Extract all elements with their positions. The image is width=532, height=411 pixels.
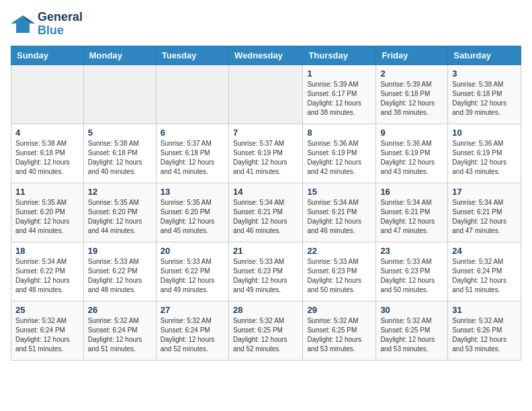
calendar-cell: 14Sunrise: 5:34 AM Sunset: 6:21 PM Dayli… — [228, 183, 302, 242]
day-info: Sunrise: 5:32 AM Sunset: 6:25 PM Dayligh… — [233, 316, 298, 354]
weekday-header-row: SundayMondayTuesdayWednesdayThursdayFrid… — [11, 46, 521, 64]
day-number: 6 — [161, 128, 224, 138]
calendar-cell — [11, 64, 84, 124]
calendar-cell: 15Sunrise: 5:34 AM Sunset: 6:21 PM Dayli… — [303, 183, 376, 242]
day-number: 21 — [233, 246, 298, 256]
day-number: 24 — [452, 246, 517, 256]
weekday-header-monday: Monday — [83, 46, 156, 64]
day-number: 27 — [161, 305, 224, 315]
calendar-cell — [83, 64, 156, 124]
day-number: 23 — [380, 246, 443, 256]
calendar-cell: 17Sunrise: 5:34 AM Sunset: 6:21 PM Dayli… — [448, 183, 521, 242]
day-number: 4 — [15, 128, 79, 138]
day-info: Sunrise: 5:35 AM Sunset: 6:20 PM Dayligh… — [15, 198, 79, 236]
day-info: Sunrise: 5:38 AM Sunset: 6:18 PM Dayligh… — [88, 139, 152, 177]
calendar-cell: 2Sunrise: 5:39 AM Sunset: 6:18 PM Daylig… — [376, 64, 448, 124]
calendar-table: SundayMondayTuesdayWednesdayThursdayFrid… — [11, 46, 521, 361]
calendar-cell: 8Sunrise: 5:36 AM Sunset: 6:19 PM Daylig… — [303, 124, 376, 183]
calendar-cell: 27Sunrise: 5:32 AM Sunset: 6:24 PM Dayli… — [156, 301, 228, 360]
day-info: Sunrise: 5:34 AM Sunset: 6:21 PM Dayligh… — [380, 198, 443, 236]
calendar-cell — [228, 64, 302, 124]
day-info: Sunrise: 5:34 AM Sunset: 6:21 PM Dayligh… — [233, 198, 298, 236]
calendar-cell: 22Sunrise: 5:33 AM Sunset: 6:23 PM Dayli… — [303, 242, 376, 301]
calendar-cell: 4Sunrise: 5:38 AM Sunset: 6:18 PM Daylig… — [11, 124, 84, 183]
calendar-cell: 18Sunrise: 5:34 AM Sunset: 6:22 PM Dayli… — [11, 242, 84, 301]
calendar-cell: 19Sunrise: 5:33 AM Sunset: 6:22 PM Dayli… — [83, 242, 156, 301]
weekday-header-sunday: Sunday — [11, 46, 84, 64]
day-number: 30 — [380, 305, 443, 315]
day-number: 15 — [307, 187, 371, 197]
weekday-header-friday: Friday — [376, 46, 448, 64]
day-info: Sunrise: 5:39 AM Sunset: 6:17 PM Dayligh… — [307, 80, 371, 118]
calendar-cell — [156, 64, 228, 124]
day-info: Sunrise: 5:35 AM Sunset: 6:20 PM Dayligh… — [161, 198, 224, 236]
day-info: Sunrise: 5:32 AM Sunset: 6:25 PM Dayligh… — [307, 316, 371, 354]
day-number: 3 — [452, 68, 517, 79]
calendar-cell: 1Sunrise: 5:39 AM Sunset: 6:17 PM Daylig… — [303, 64, 376, 124]
day-info: Sunrise: 5:34 AM Sunset: 6:22 PM Dayligh… — [15, 257, 79, 295]
day-number: 19 — [88, 246, 152, 256]
day-info: Sunrise: 5:34 AM Sunset: 6:21 PM Dayligh… — [452, 198, 517, 236]
day-number: 8 — [307, 128, 371, 138]
weekday-header-thursday: Thursday — [303, 46, 376, 64]
page-header: General Blue — [11, 11, 521, 38]
day-info: Sunrise: 5:33 AM Sunset: 6:23 PM Dayligh… — [233, 257, 298, 295]
day-info: Sunrise: 5:36 AM Sunset: 6:19 PM Dayligh… — [307, 139, 371, 177]
svg-marker-0 — [11, 15, 35, 33]
day-info: Sunrise: 5:32 AM Sunset: 6:24 PM Dayligh… — [15, 316, 79, 354]
day-number: 13 — [161, 187, 224, 197]
calendar-cell: 6Sunrise: 5:37 AM Sunset: 6:18 PM Daylig… — [156, 124, 228, 183]
calendar-week-1: 1Sunrise: 5:39 AM Sunset: 6:17 PM Daylig… — [11, 64, 521, 124]
day-info: Sunrise: 5:35 AM Sunset: 6:20 PM Dayligh… — [88, 198, 152, 236]
weekday-header-saturday: Saturday — [448, 46, 521, 64]
calendar-cell: 9Sunrise: 5:36 AM Sunset: 6:19 PM Daylig… — [376, 124, 448, 183]
calendar-cell: 12Sunrise: 5:35 AM Sunset: 6:20 PM Dayli… — [83, 183, 156, 242]
day-info: Sunrise: 5:34 AM Sunset: 6:21 PM Dayligh… — [307, 198, 371, 236]
day-number: 31 — [452, 305, 517, 315]
day-info: Sunrise: 5:38 AM Sunset: 6:18 PM Dayligh… — [15, 139, 79, 177]
day-info: Sunrise: 5:36 AM Sunset: 6:19 PM Dayligh… — [452, 139, 517, 177]
day-info: Sunrise: 5:37 AM Sunset: 6:18 PM Dayligh… — [161, 139, 224, 177]
day-info: Sunrise: 5:32 AM Sunset: 6:26 PM Dayligh… — [452, 316, 517, 354]
day-number: 2 — [380, 68, 443, 79]
day-number: 18 — [15, 246, 79, 256]
calendar-cell: 20Sunrise: 5:33 AM Sunset: 6:22 PM Dayli… — [156, 242, 228, 301]
calendar-cell: 25Sunrise: 5:32 AM Sunset: 6:24 PM Dayli… — [11, 301, 84, 360]
day-info: Sunrise: 5:32 AM Sunset: 6:24 PM Dayligh… — [161, 316, 224, 354]
logo-text: General Blue — [38, 11, 83, 38]
calendar-cell: 5Sunrise: 5:38 AM Sunset: 6:18 PM Daylig… — [83, 124, 156, 183]
calendar-week-2: 4Sunrise: 5:38 AM Sunset: 6:18 PM Daylig… — [11, 124, 521, 183]
day-number: 7 — [233, 128, 298, 138]
calendar-cell: 21Sunrise: 5:33 AM Sunset: 6:23 PM Dayli… — [228, 242, 302, 301]
day-number: 5 — [88, 128, 152, 138]
calendar-cell: 31Sunrise: 5:32 AM Sunset: 6:26 PM Dayli… — [448, 301, 521, 360]
day-number: 10 — [452, 128, 517, 138]
day-number: 20 — [161, 246, 224, 256]
day-info: Sunrise: 5:37 AM Sunset: 6:19 PM Dayligh… — [233, 139, 298, 177]
calendar-week-4: 18Sunrise: 5:34 AM Sunset: 6:22 PM Dayli… — [11, 242, 521, 301]
day-number: 11 — [15, 187, 79, 197]
day-number: 1 — [307, 68, 371, 79]
calendar-week-5: 25Sunrise: 5:32 AM Sunset: 6:24 PM Dayli… — [11, 301, 521, 360]
calendar-cell: 13Sunrise: 5:35 AM Sunset: 6:20 PM Dayli… — [156, 183, 228, 242]
logo: General Blue — [11, 11, 83, 38]
day-number: 22 — [307, 246, 371, 256]
calendar-week-3: 11Sunrise: 5:35 AM Sunset: 6:20 PM Dayli… — [11, 183, 521, 242]
calendar-cell: 7Sunrise: 5:37 AM Sunset: 6:19 PM Daylig… — [228, 124, 302, 183]
calendar-cell: 28Sunrise: 5:32 AM Sunset: 6:25 PM Dayli… — [228, 301, 302, 360]
calendar-cell: 10Sunrise: 5:36 AM Sunset: 6:19 PM Dayli… — [448, 124, 521, 183]
day-number: 26 — [88, 305, 152, 315]
logo-icon — [11, 14, 35, 34]
day-number: 17 — [452, 187, 517, 197]
day-number: 28 — [233, 305, 298, 315]
calendar-cell: 30Sunrise: 5:32 AM Sunset: 6:25 PM Dayli… — [376, 301, 448, 360]
day-number: 14 — [233, 187, 298, 197]
calendar-cell: 26Sunrise: 5:32 AM Sunset: 6:24 PM Dayli… — [83, 301, 156, 360]
calendar-cell: 24Sunrise: 5:32 AM Sunset: 6:24 PM Dayli… — [448, 242, 521, 301]
calendar-cell: 29Sunrise: 5:32 AM Sunset: 6:25 PM Dayli… — [303, 301, 376, 360]
day-info: Sunrise: 5:32 AM Sunset: 6:25 PM Dayligh… — [380, 316, 443, 354]
calendar-cell: 16Sunrise: 5:34 AM Sunset: 6:21 PM Dayli… — [376, 183, 448, 242]
day-number: 29 — [307, 305, 371, 315]
calendar-cell: 3Sunrise: 5:38 AM Sunset: 6:18 PM Daylig… — [448, 64, 521, 124]
day-info: Sunrise: 5:33 AM Sunset: 6:22 PM Dayligh… — [88, 257, 152, 295]
